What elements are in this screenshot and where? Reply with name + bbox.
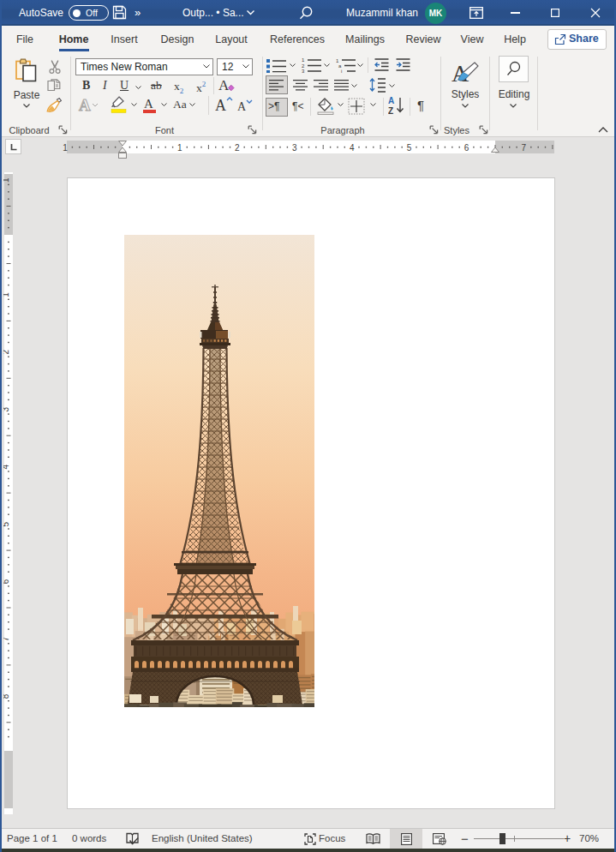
svg-text:2: 2	[302, 63, 305, 69]
svg-text:4: 4	[350, 142, 355, 152]
svg-text:A: A	[215, 97, 226, 114]
svg-text:Z: Z	[388, 106, 393, 115]
svg-text:8: 8	[3, 693, 10, 699]
svg-text:A: A	[237, 100, 247, 113]
svg-text:5: 5	[3, 521, 10, 526]
svg-text:2: 2	[235, 142, 240, 152]
svg-text:1: 1	[3, 177, 10, 183]
svg-text:1: 1	[177, 142, 182, 152]
svg-text:7: 7	[522, 142, 527, 152]
svg-text:1: 1	[3, 292, 10, 297]
svg-text:3: 3	[3, 407, 10, 412]
svg-text:5: 5	[407, 142, 412, 152]
svg-text:1: 1	[302, 57, 305, 63]
svg-text:A: A	[144, 97, 153, 111]
svg-text:A: A	[79, 96, 91, 113]
svg-text:7: 7	[3, 636, 10, 641]
svg-text:3: 3	[292, 142, 297, 152]
svg-text:A: A	[388, 96, 394, 105]
svg-text:6: 6	[464, 142, 469, 152]
svg-text:3: 3	[302, 69, 305, 73]
svg-text:6: 6	[3, 579, 10, 584]
svg-text:i: i	[341, 69, 342, 73]
svg-text:1: 1	[336, 58, 339, 63]
svg-text:4: 4	[3, 464, 10, 469]
svg-text:A: A	[218, 77, 230, 93]
svg-text:2: 2	[3, 350, 10, 355]
svg-text:1: 1	[63, 142, 68, 152]
